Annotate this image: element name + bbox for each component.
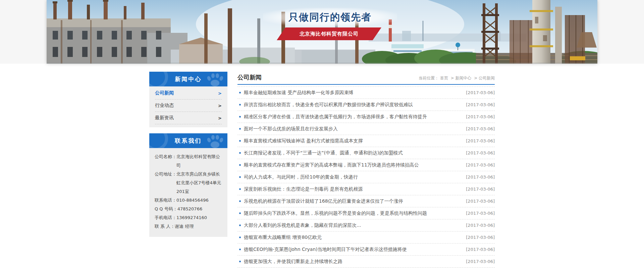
contact-box: 联系我们 公司名称： 北京海比邻科贸有限公司 公司地址： 北京市房山区良乡镇长虹… bbox=[149, 133, 227, 237]
news-nav-box: 新闻中心 公司新闻 > 行业动态 > 最新资讯 > bbox=[149, 72, 227, 127]
news-date: [2017-03-06] bbox=[466, 199, 495, 204]
breadcrumb-crumb: > 公司新闻 bbox=[473, 76, 495, 80]
contact-row: 联系电话： 010-88456496 bbox=[155, 196, 223, 205]
news-link[interactable]: 长江商报记者发现，不同于“三通一达”(中通、圆通、申通和韵达)的加盟模式 bbox=[244, 150, 461, 156]
dot-bullet-icon bbox=[239, 212, 241, 214]
breadcrumb-link[interactable]: 新闻中心 bbox=[455, 76, 471, 80]
news-list-item: 德银CEO约翰-克莱恩(John Cryan)当地时间周日下午对记者表示这些措施… bbox=[237, 244, 495, 256]
breadcrumb-link[interactable]: 首页 bbox=[440, 76, 448, 80]
news-list-item: 德银宣布重大战略重组 增资80亿欧元 [2017-03-06] bbox=[237, 231, 495, 244]
breadcrumb-link[interactable]: 公司新闻 bbox=[479, 76, 495, 80]
contact-row: 公司地址： 北京市房山区良乡镇长虹北里小区7号楼4单元201室 bbox=[155, 170, 223, 196]
contact-label: 公司地址： bbox=[155, 170, 176, 196]
contact-label: 联系电话： bbox=[155, 196, 176, 205]
news-list-item: 大部分人看到的乐视危机是表象，隐藏在背后的深层次... [2017-03-06] bbox=[237, 219, 495, 231]
news-list-item: 德银更加强大，并使我们重新走上持续增长之路 [2017-03-06] bbox=[237, 256, 495, 268]
news-date: [2017-03-06] bbox=[466, 114, 495, 119]
news-link[interactable]: 德银宣布重大战略重组 增资80亿欧元 bbox=[244, 234, 461, 241]
breadcrumb-separator: > bbox=[473, 76, 479, 80]
news-link[interactable]: 大部分人看到的乐视危机是表象，隐藏在背后的深层次... bbox=[244, 222, 461, 228]
news-link[interactable]: 德银更加强大，并使我们重新走上持续增长之路 bbox=[244, 259, 461, 265]
news-date: [2017-03-06] bbox=[466, 138, 495, 143]
dot-bullet-icon bbox=[239, 92, 241, 93]
news-date: [2017-03-06] bbox=[466, 235, 495, 240]
sidebar: 新闻中心 公司新闻 > 行业动态 > 最新资讯 > bbox=[149, 72, 227, 268]
content-area: 新闻中心 公司新闻 > 行业动态 > 最新资讯 > bbox=[149, 72, 495, 268]
news-link[interactable]: 司的人力成本。与此同时，历经10年的黄金期，快递行 bbox=[244, 174, 461, 180]
chevron-right-icon: > bbox=[218, 103, 222, 108]
dot-bullet-icon bbox=[239, 261, 241, 262]
dot-bullet-icon bbox=[239, 152, 241, 154]
news-date: [2017-03-06] bbox=[466, 223, 495, 228]
news-link[interactable]: 面对一个不那么优质的场景且在行业发展步入 bbox=[244, 126, 461, 132]
news-list-item: 薛洪言指出相比较而言，快递业务也可以积累用户数据但快递客户辨识度较低难以 [20… bbox=[237, 99, 495, 111]
contact-label: 联 系 人： bbox=[155, 222, 175, 231]
breadcrumb-crumbs: 首页 > 新闻中心 > 公司新闻 bbox=[439, 76, 495, 80]
news-nav-menu: 公司新闻 > 行业动态 > 最新资讯 > bbox=[149, 86, 227, 127]
contact-row: 联 系 人： 谢迪 经理 bbox=[155, 222, 223, 231]
breadcrumb-separator: > bbox=[449, 76, 455, 80]
contact-value: 谢迪 经理 bbox=[175, 222, 223, 231]
contact-value: 478520766 bbox=[177, 205, 223, 213]
contact-value: 北京市房山区良乡镇长虹北里小区7号楼4单元201室 bbox=[176, 170, 223, 196]
news-list: 顺丰金融短期难加速 受产品结构单一化等多原因束缚 [2017-03-06] 薛洪… bbox=[237, 86, 495, 268]
dot-bullet-icon bbox=[239, 116, 241, 118]
news-list-item: 面对一个不那么优质的场景且在行业发展步入 [2017-03-06] bbox=[237, 123, 495, 135]
news-link[interactable]: 薛洪言指出相比较而言，快递业务也可以积累用户数据但快递客户辨识度较低难以 bbox=[244, 102, 461, 108]
contact-label: 公司名称： bbox=[155, 152, 176, 170]
news-link[interactable]: 乐视危机的根源在于顶层设计就错了168亿元的巨量资金进来仅拉了一个涨停 bbox=[244, 198, 461, 204]
breadcrumb: 当前位置： 首页 > 新闻中心 > 公司新闻 bbox=[419, 75, 495, 81]
contact-row: Q Q 号码： 478520766 bbox=[155, 205, 223, 213]
chevron-right-icon: > bbox=[218, 91, 222, 96]
main-header: 公司新闻 当前位置： 首页 > 新闻中心 > 公司新闻 bbox=[237, 72, 495, 85]
dot-bullet-icon bbox=[239, 140, 241, 142]
main-panel: 公司新闻 当前位置： 首页 > 新闻中心 > 公司新闻 顺丰金融短期难加速 受产… bbox=[237, 72, 495, 268]
news-date: [2017-03-06] bbox=[466, 247, 495, 252]
news-list-item: 精准区分客户潜在价值，且寄送快递也属于低频行为，市场选择很多，客户黏性有待提升 … bbox=[237, 111, 495, 123]
news-link[interactable]: 顺丰的直营模式存在重资产运营下的高成本弊端，而旗下11万快递员也将持续抬高公 bbox=[244, 162, 461, 168]
contact-header: 联系我们 bbox=[149, 133, 227, 148]
sidebar-menu-label: 行业动态 bbox=[155, 103, 174, 109]
breadcrumb-crumb: > 新闻中心 bbox=[449, 76, 472, 80]
dot-bullet-icon bbox=[239, 104, 241, 106]
sidebar-menu-item[interactable]: 最新资讯 > bbox=[155, 112, 222, 124]
dot-bullet-icon bbox=[239, 237, 241, 238]
page-title: 公司新闻 bbox=[237, 74, 262, 81]
contact-value: 13699274160 bbox=[176, 213, 223, 222]
news-date: [2017-03-06] bbox=[466, 90, 495, 95]
contact-row: 手机电话： 13699274160 bbox=[155, 213, 223, 222]
sidebar-menu-label: 公司新闻 bbox=[155, 90, 174, 96]
sidebar-menu-label: 最新资讯 bbox=[155, 115, 174, 121]
news-list-item: 司的人力成本。与此同时，历经10年的黄金期，快递行 [2017-03-06] bbox=[237, 171, 495, 183]
dot-bullet-icon bbox=[239, 224, 241, 226]
news-list-item: 深度剖析乐视病灶：生态理论是一剂毒药 是所有危机根源 [2017-03-06] bbox=[237, 183, 495, 195]
news-link[interactable]: 深度剖析乐视病灶：生态理论是一剂毒药 是所有危机根源 bbox=[244, 186, 461, 192]
banner-slogan-halo: 只做同行的领先者 bbox=[263, 8, 397, 26]
dot-bullet-icon bbox=[239, 128, 241, 130]
news-link[interactable]: 顺丰金融短期难加速 受产品结构单一化等多原因束缚 bbox=[244, 90, 461, 96]
news-date: [2017-03-06] bbox=[466, 150, 495, 155]
breadcrumb-crumb: 首页 bbox=[440, 76, 448, 80]
contact-label: Q Q 号码： bbox=[155, 205, 177, 213]
sidebar-menu-item[interactable]: 公司新闻 > bbox=[155, 87, 222, 99]
news-list-item: 长江商报记者发现，不同于“三通一达”(中通、圆通、申通和韵达)的加盟模式 [20… bbox=[237, 147, 495, 159]
news-nav-header: 新闻中心 bbox=[149, 72, 227, 86]
news-date: [2017-03-06] bbox=[466, 187, 495, 192]
contact-row: 公司名称： 北京海比邻科贸有限公司 bbox=[155, 152, 223, 170]
sidebar-menu-item[interactable]: 行业动态 > bbox=[155, 99, 222, 112]
dot-bullet-icon bbox=[239, 188, 241, 190]
news-date: [2017-03-06] bbox=[466, 259, 495, 264]
news-date: [2017-03-06] bbox=[466, 126, 495, 131]
contact-info: 公司名称： 北京海比邻科贸有限公司 公司地址： 北京市房山区良乡镇长虹北里小区7… bbox=[149, 148, 227, 237]
news-date: [2017-03-06] bbox=[466, 102, 495, 107]
dot-bullet-icon bbox=[239, 164, 241, 166]
news-link[interactable]: 随后即掉头向下跌跌不休。显然，乐视的问题不啻是资金的问题，更是系统与结构性问题 bbox=[244, 210, 461, 216]
news-date: [2017-03-06] bbox=[466, 162, 495, 168]
company-name-ribbon: 北京海比邻科贸有限公司 bbox=[277, 27, 381, 40]
news-link[interactable]: 顺丰直营模式难续写钱途神话 盈利方式被指需高成本支撑 bbox=[244, 138, 461, 144]
news-link[interactable]: 德银CEO约翰-克莱恩(John Cryan)当地时间周日下午对记者表示这些措施… bbox=[244, 247, 461, 253]
news-link[interactable]: 精准区分客户潜在价值，且寄送快递也属于低频行为，市场选择很多，客户黏性有待提升 bbox=[244, 114, 461, 120]
contact-value: 010-88456496 bbox=[176, 196, 223, 205]
hero-banner: 只做同行的领先者 北京海比邻科贸有限公司 bbox=[47, 0, 597, 64]
contact-label: 手机电话： bbox=[155, 213, 176, 222]
